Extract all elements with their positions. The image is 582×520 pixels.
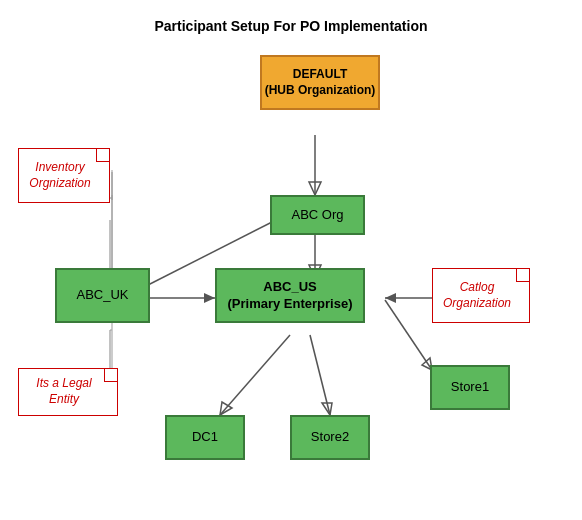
inventory-org-doc: Inventory Orgnization [18, 148, 110, 203]
svg-line-11 [220, 335, 290, 415]
svg-line-13 [310, 335, 330, 415]
diagram-container: Participant Setup For PO Implementation [0, 0, 582, 520]
svg-marker-12 [220, 402, 232, 415]
store2-box: Store2 [290, 415, 370, 460]
abc-us-box: ABC_US (Primary Enterprise) [215, 268, 365, 323]
abc-uk-box: ABC_UK [55, 268, 150, 323]
abc-org-box: ABC Org [270, 195, 365, 235]
default-hub-box: DEFAULT (HUB Organization) [260, 55, 380, 110]
svg-marker-14 [322, 403, 332, 415]
svg-marker-1 [309, 182, 321, 195]
svg-marker-10 [385, 293, 396, 303]
svg-line-15 [385, 300, 432, 370]
dc1-box: DC1 [165, 415, 245, 460]
diagram-title: Participant Setup For PO Implementation [0, 18, 582, 34]
store1-box: Store1 [430, 365, 510, 410]
svg-marker-5 [204, 293, 215, 303]
catlog-org-doc: Catlog Organization [432, 268, 530, 323]
legal-entity-doc: Its a Legal Entity [18, 368, 118, 416]
